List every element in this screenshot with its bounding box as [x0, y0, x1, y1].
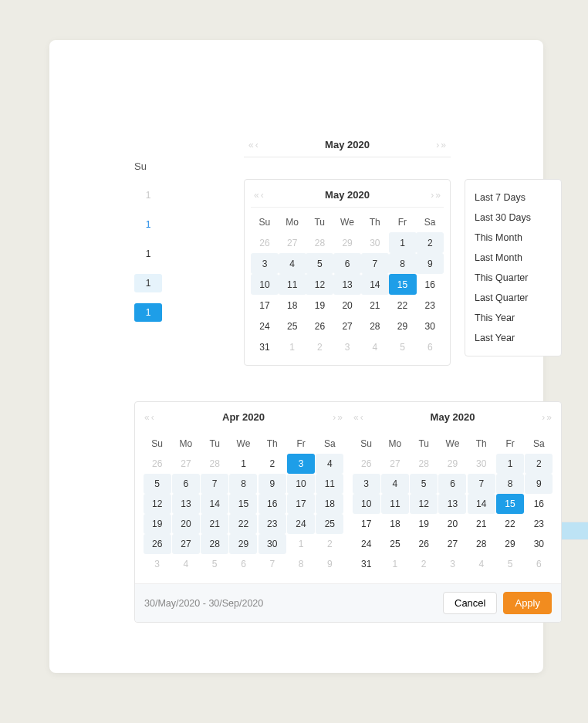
day-cell[interactable]: 4 [316, 454, 343, 474]
day-cell[interactable]: 17 [287, 494, 315, 514]
day-cell[interactable]: 19 [306, 295, 333, 316]
preset-item[interactable]: Last Year [465, 328, 561, 348]
day-cell[interactable]: 20 [333, 295, 361, 316]
day-cell[interactable]: 21 [201, 514, 228, 534]
day-cell[interactable]: 17 [251, 295, 279, 316]
day-cell[interactable]: 10 [353, 494, 380, 514]
day-cell[interactable]: 6 [172, 474, 200, 494]
prev-month-icon[interactable]: ‹ [151, 412, 154, 423]
day-cell[interactable]: 18 [279, 295, 306, 316]
day-cell[interactable]: 30 [416, 316, 444, 336]
next-year-icon[interactable]: » [546, 412, 552, 423]
day-cell[interactable]: 8 [229, 474, 257, 494]
day-cell[interactable]: 16 [416, 274, 444, 295]
next-month-icon[interactable]: › [333, 412, 336, 423]
day-cell[interactable]: 30 [525, 534, 553, 554]
day-cell[interactable]: 23 [525, 514, 553, 534]
prev-month-icon[interactable]: ‹ [360, 412, 363, 423]
day-cell[interactable]: 8 [389, 253, 417, 274]
day-cell[interactable]: 12 [410, 494, 438, 514]
day-cell[interactable]: 3 [251, 253, 279, 274]
prev-year-icon[interactable]: « [248, 140, 254, 150]
day-cell[interactable]: 27 [438, 534, 466, 554]
day-cell[interactable]: 30 [259, 534, 286, 554]
day-cell[interactable]: 15 [389, 274, 417, 295]
day-cell[interactable]: 13 [438, 494, 466, 514]
day-cell[interactable]: 17 [353, 514, 380, 534]
day-cell[interactable]: 19 [144, 514, 171, 534]
preset-item[interactable]: Last 7 Days [465, 188, 561, 208]
day-cell[interactable]: 19 [410, 514, 438, 534]
day-cell[interactable]: 16 [259, 494, 286, 514]
day-cell[interactable]: 31 [353, 554, 380, 574]
day-cell[interactable]: 22 [229, 514, 257, 534]
day-cell[interactable]: 24 [287, 514, 315, 534]
prev-year-icon[interactable]: « [254, 190, 259, 201]
day-cell[interactable]: 25 [279, 316, 306, 336]
day-cell[interactable]: 27 [172, 534, 200, 554]
day-cell[interactable]: 6 [333, 253, 361, 274]
day-cell[interactable]: 26 [144, 534, 171, 554]
next-month-icon[interactable]: › [436, 140, 439, 150]
day-cell[interactable]: 5 [306, 253, 333, 274]
day-cell[interactable]: 20 [172, 514, 200, 534]
prev-month-icon[interactable]: ‹ [255, 140, 259, 150]
day-cell[interactable]: 28 [361, 316, 389, 336]
preset-item[interactable]: This Quarter [465, 268, 561, 288]
day-cell[interactable]: 28 [201, 534, 228, 554]
day-cell[interactable]: 1 [496, 454, 524, 474]
preset-item[interactable]: This Year [465, 308, 561, 328]
day-cell[interactable]: 2 [259, 454, 286, 474]
day-cell[interactable]: 2 [525, 454, 553, 474]
prev-year-icon[interactable]: « [353, 412, 359, 423]
day-cell[interactable]: 18 [381, 514, 409, 534]
day-cell[interactable]: 9 [525, 474, 553, 494]
day-cell[interactable]: 1 [389, 232, 417, 253]
day-cell[interactable]: 4 [279, 253, 306, 274]
day-cell[interactable]: 24 [353, 534, 380, 554]
day-cell[interactable]: 22 [496, 514, 524, 534]
day-cell[interactable]: 29 [229, 534, 257, 554]
next-month-icon[interactable]: › [542, 412, 545, 423]
day-cell[interactable]: 11 [381, 494, 409, 514]
day-cell[interactable]: 29 [496, 534, 524, 554]
preset-item[interactable]: Last 30 Days [465, 208, 561, 228]
day-cell[interactable]: 14 [468, 494, 495, 514]
day-cell[interactable]: 10 [287, 474, 315, 494]
preset-item[interactable]: Last Quarter [465, 288, 561, 308]
day-cell[interactable]: 15 [229, 494, 257, 514]
day-cell[interactable]: 23 [259, 514, 286, 534]
day-cell[interactable]: 22 [389, 295, 417, 316]
day-cell[interactable]: 15 [496, 494, 524, 514]
preset-item[interactable]: This Month [465, 228, 561, 248]
day-cell[interactable]: 5 [410, 474, 438, 494]
apply-button[interactable]: Apply [503, 592, 552, 614]
day-cell[interactable]: 3 [287, 454, 315, 474]
day-cell[interactable]: 14 [361, 274, 389, 295]
day-cell[interactable]: 8 [496, 474, 524, 494]
day-cell[interactable]: 5 [144, 474, 171, 494]
day-cell[interactable]: 11 [316, 474, 343, 494]
day-cell[interactable]: 14 [201, 494, 228, 514]
day-cell[interactable]: 7 [201, 474, 228, 494]
day-cell[interactable]: 27 [333, 316, 361, 336]
day-cell[interactable]: 9 [416, 253, 444, 274]
day-cell[interactable]: 12 [306, 274, 333, 295]
cancel-button[interactable]: Cancel [443, 592, 497, 614]
day-cell[interactable]: 3 [353, 474, 380, 494]
next-year-icon[interactable]: » [435, 190, 441, 201]
next-year-icon[interactable]: » [337, 412, 343, 423]
day-cell[interactable]: 13 [172, 494, 200, 514]
day-cell[interactable]: 2 [416, 232, 444, 253]
day-cell[interactable]: 1 [229, 454, 257, 474]
day-cell[interactable]: 7 [468, 474, 495, 494]
day-cell[interactable]: 18 [316, 494, 343, 514]
day-cell[interactable]: 31 [251, 336, 279, 357]
day-cell[interactable]: 16 [525, 494, 553, 514]
day-cell[interactable]: 21 [468, 514, 495, 534]
day-cell[interactable]: 9 [259, 474, 286, 494]
preset-item[interactable]: Last Month [465, 248, 561, 268]
day-cell[interactable]: 21 [361, 295, 389, 316]
day-cell[interactable]: 29 [389, 316, 417, 336]
prev-year-icon[interactable]: « [144, 412, 150, 423]
